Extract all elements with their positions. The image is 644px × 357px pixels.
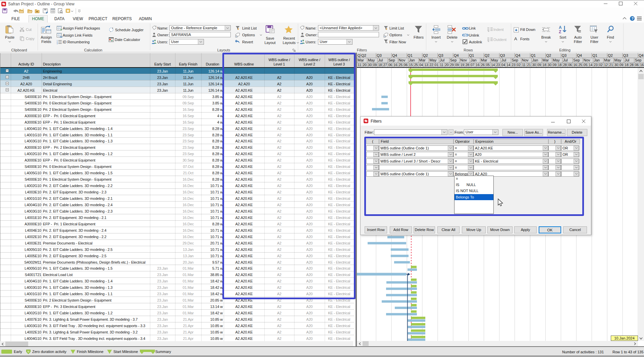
svg-text:09: 09 [455, 63, 459, 67]
svg-text:21: 21 [609, 63, 613, 67]
svg-text:01: 01 [435, 63, 439, 67]
svg-text:Jan: Jan [594, 58, 600, 62]
svg-text:Jan: Jan [471, 58, 477, 62]
svg-text:Jan: Jan [409, 58, 415, 62]
svg-text:06: 06 [388, 63, 392, 67]
svg-text:18: 18 [558, 63, 562, 67]
svg-text:11: 11 [522, 63, 526, 67]
svg-text:Nov: Nov [584, 58, 590, 62]
svg-text:06: 06 [404, 63, 408, 67]
svg-text:30: 30 [614, 63, 619, 67]
svg-text:Jul: Jul [378, 58, 383, 62]
svg-text:23: 23 [496, 63, 500, 67]
svg-text:Mar: Mar [419, 58, 426, 62]
svg-text:Q4: Q4 [516, 53, 521, 57]
svg-text:25: 25 [399, 63, 403, 67]
svg-text:Q1: Q1 [408, 53, 413, 57]
svg-text:Q1: Q1 [592, 53, 597, 57]
svg-text:Jul: Jul [440, 58, 444, 62]
svg-text:Jul: Jul [625, 58, 629, 62]
svg-text:14: 14 [491, 63, 495, 67]
svg-text:?: ? [632, 16, 634, 20]
svg-text:16: 16 [393, 63, 397, 67]
svg-text:07: 07 [471, 63, 475, 67]
svg-text:21: 21 [527, 63, 531, 67]
svg-text:Sep: Sep [512, 58, 518, 62]
svg-text:Jul: Jul [501, 58, 506, 62]
svg-text:16: 16 [640, 63, 644, 67]
svg-text:29: 29 [450, 63, 454, 67]
svg-text:Q4: Q4 [639, 53, 644, 57]
svg-text:18: 18 [542, 63, 546, 67]
svg-text:Q3: Q3 [561, 53, 567, 57]
svg-text:26: 26 [481, 63, 485, 67]
svg-text:30: 30 [532, 63, 536, 67]
svg-text:Z: Z [559, 30, 561, 34]
svg-text:3: 3 [57, 43, 58, 44]
svg-text:02: 02 [599, 63, 603, 67]
svg-text:20: 20 [445, 63, 449, 67]
svg-text:A: A [559, 25, 562, 30]
svg-text:Mar: Mar [481, 58, 487, 62]
svg-text:14: 14 [506, 63, 511, 67]
svg-text:27: 27 [383, 63, 387, 67]
svg-text:16: 16 [573, 63, 577, 67]
svg-text:19: 19 [460, 63, 464, 67]
svg-text:Q4: Q4 [577, 53, 582, 57]
svg-text:Q1: Q1 [531, 53, 536, 57]
svg-text:Jul: Jul [563, 58, 568, 62]
svg-text:28: 28 [563, 63, 567, 67]
svg-text:30: 30 [548, 63, 552, 67]
svg-text:16: 16 [476, 63, 480, 67]
svg-text:20: 20 [363, 63, 367, 67]
svg-text:Q2: Q2 [361, 53, 366, 57]
svg-text:Q3: Q3 [438, 53, 443, 57]
svg-text:09: 09 [537, 63, 541, 67]
svg-text:06: 06 [568, 63, 572, 67]
svg-text:28: 28 [630, 63, 634, 67]
svg-text:14: 14 [589, 63, 593, 67]
svg-text:Q2: Q2 [608, 53, 613, 57]
svg-text:May: May [368, 58, 375, 62]
svg-text:04: 04 [501, 63, 505, 67]
svg-text:25: 25 [414, 63, 418, 67]
svg-text:02: 02 [517, 63, 521, 67]
svg-text:Mar: Mar [604, 58, 610, 62]
svg-text:30: 30 [368, 63, 372, 67]
svg-text:Q2: Q2 [485, 53, 490, 57]
svg-text:28: 28 [466, 63, 470, 67]
svg-text:Sep: Sep [635, 58, 642, 62]
svg-text:04: 04 [419, 63, 423, 67]
svg-text:Jan: Jan [532, 58, 538, 62]
svg-text:Q4: Q4 [392, 53, 397, 57]
svg-text:06: 06 [635, 63, 639, 67]
svg-text:11: 11 [440, 63, 444, 67]
svg-text:Mar: Mar [358, 58, 364, 62]
svg-text:Q2: Q2 [546, 53, 551, 57]
svg-text:09: 09 [620, 63, 624, 67]
svg-text:23: 23 [594, 63, 598, 67]
svg-text:Q4: Q4 [454, 53, 459, 57]
svg-text:05: 05 [486, 63, 490, 67]
svg-text:18: 18 [378, 63, 382, 67]
svg-text:Nov: Nov [522, 58, 529, 62]
svg-text:13: 13 [424, 63, 428, 67]
svg-text:23: 23 [512, 63, 516, 67]
svg-text:Nov: Nov [399, 58, 406, 62]
svg-text:Sep: Sep [388, 58, 395, 62]
svg-text:May: May [614, 58, 622, 62]
svg-text:18: 18 [625, 63, 629, 67]
svg-text:25: 25 [579, 63, 583, 67]
svg-text:Q1: Q1 [469, 53, 474, 57]
svg-text:Q2: Q2 [423, 53, 428, 57]
svg-text:Sep: Sep [450, 58, 457, 62]
svg-text:Q3: Q3 [500, 53, 505, 57]
svg-text:11: 11 [358, 63, 362, 67]
svg-text:May: May [553, 58, 560, 62]
svg-text:Sep: Sep [573, 58, 580, 62]
svg-text:12: 12 [604, 63, 608, 67]
svg-text:May: May [491, 58, 498, 62]
svg-text:Q3: Q3 [623, 53, 628, 57]
svg-text:Q3: Q3 [377, 53, 382, 57]
svg-text:09: 09 [553, 63, 557, 67]
